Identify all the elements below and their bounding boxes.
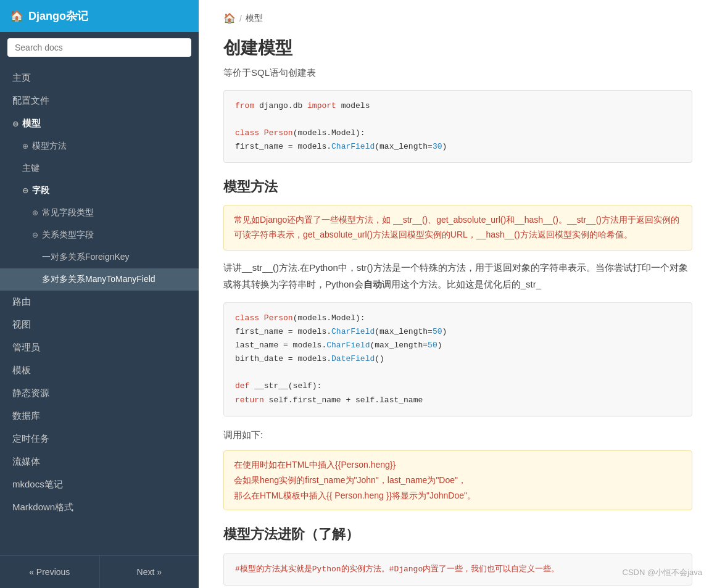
breadcrumb-separator: / [239, 14, 242, 23]
subtitle: 等价于SQL语句创建表 [223, 67, 692, 79]
sidebar-item-views[interactable]: 视图 [0, 313, 199, 336]
breadcrumb-home-icon[interactable]: 🏠 [223, 12, 236, 24]
sidebar-header: 🏠 Django杂记 [0, 0, 199, 32]
sidebar-item-static[interactable]: 静态资源 [0, 382, 199, 405]
search-input[interactable] [7, 38, 191, 57]
info-box: 在使用时如在HTML中插入{{Person.heng}}会如果heng实例的fi… [223, 450, 692, 511]
watermark: CSDN @小恒不会java [623, 567, 703, 578]
search-box [0, 32, 199, 63]
section-advanced: 模型方法进阶（了解） [223, 525, 692, 544]
body-text-1-end: 调用这个方法。比如这是优化后的_str_ [382, 279, 541, 289]
sidebar-item-markdown[interactable]: Markdown格式 [0, 496, 199, 519]
code-block-2: class Person(models.Model): first_name =… [223, 302, 692, 416]
sidebar-item-many-to-many[interactable]: 多对多关系ManyToManyField [0, 268, 199, 291]
highlight-box-1: 常见如Django还内置了一些模型方法，如 __str__()、get_abso… [223, 205, 692, 251]
sidebar-item-primary-key[interactable]: 主键 [0, 157, 199, 180]
code-block-1: from django.db import models class Perso… [223, 90, 692, 163]
sidebar-item-database[interactable]: 数据库 [0, 405, 199, 428]
sidebar-item-routes[interactable]: 路由 [0, 291, 199, 313]
previous-button[interactable]: « Previous [0, 556, 100, 588]
sidebar-item-config[interactable]: 配置文件 [0, 89, 199, 112]
breadcrumb: 🏠 / 模型 [223, 12, 692, 24]
page-title: 创建模型 [223, 36, 692, 60]
main-content: 🏠 / 模型 创建模型 等价于SQL语句创建表 from django.db i… [199, 0, 717, 588]
sidebar-item-one-to-many[interactable]: 一对多关系ForeignKey [0, 246, 199, 268]
sidebar-item-templates[interactable]: 模板 [0, 359, 199, 382]
sidebar-item-fields[interactable]: ⊖字段 [0, 180, 199, 202]
sidebar-item-model[interactable]: ⊖模型 [0, 112, 199, 135]
sidebar-item-common-fields[interactable]: ⊕常见字段类型 [0, 202, 199, 224]
sidebar-footer: « Previous Next » [0, 555, 199, 588]
breadcrumb-current: 模型 [246, 13, 263, 24]
next-button[interactable]: Next » [100, 556, 199, 588]
body-text-bold: 自动 [363, 279, 382, 289]
sidebar-item-model-methods[interactable]: ⊕模型方法 [0, 135, 199, 157]
sidebar-item-relation-fields[interactable]: ⊖关系类型字段 [0, 224, 199, 246]
sidebar-item-celery[interactable]: 定时任务 [0, 428, 199, 450]
footer-note-text: #模型的方法其实就是Python的实例方法。#Django内置了一些，我们也可以… [235, 565, 559, 574]
body-text-1: 讲讲__str__()方法.在Python中，str()方法是一个特殊的方法，用… [223, 259, 692, 292]
call-title: 调用如下: [223, 426, 692, 443]
home-icon: 🏠 [10, 9, 23, 23]
section-model-methods: 模型方法 [223, 178, 692, 196]
sidebar-item-home[interactable]: 主页 [0, 67, 199, 89]
sidebar: 🏠 Django杂记 主页配置文件⊖模型⊕模型方法主键⊖字段⊕常见字段类型⊖关系… [0, 0, 199, 588]
sidebar-item-mkdocs[interactable]: mkdocs笔记 [0, 473, 199, 496]
sidebar-title: Django杂记 [28, 9, 88, 23]
sidebar-item-admin[interactable]: 管理员 [0, 336, 199, 359]
nav-list: 主页配置文件⊖模型⊕模型方法主键⊖字段⊕常见字段类型⊖关系类型字段一对多关系Fo… [0, 63, 199, 555]
sidebar-item-streaming[interactable]: 流媒体 [0, 450, 199, 473]
